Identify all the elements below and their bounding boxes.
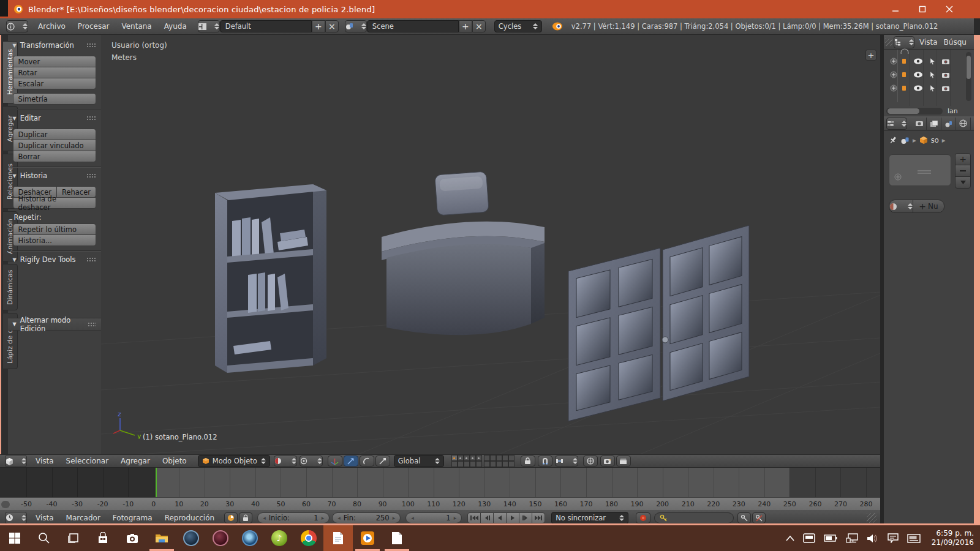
- layers-grid-2[interactable]: [484, 455, 514, 467]
- delete-keyframe-button[interactable]: [752, 512, 766, 523]
- layers-grid-1[interactable]: [451, 455, 482, 467]
- media-player-1-icon[interactable]: [176, 525, 206, 551]
- renderability-camera-icon[interactable]: [941, 58, 950, 65]
- outliner-row[interactable]: [884, 68, 974, 81]
- simetria-button[interactable]: Simetría: [13, 93, 96, 105]
- scene-delete-button[interactable]: ×: [472, 20, 486, 32]
- menu-ventana[interactable]: Ventana: [115, 22, 157, 31]
- jump-to-end-button[interactable]: [532, 512, 545, 523]
- menu-ayuda[interactable]: Ayuda: [158, 22, 193, 31]
- doors-object[interactable]: [568, 225, 749, 421]
- visibility-eye-icon[interactable]: [913, 72, 923, 78]
- panel-grip-icon[interactable]: [86, 173, 96, 178]
- expand-icon[interactable]: [890, 84, 897, 92]
- panel-header-historia[interactable]: ▼ Historia: [13, 170, 96, 181]
- manipulator-toggle-button[interactable]: [328, 455, 342, 467]
- material-browse-button[interactable]: [889, 200, 913, 213]
- panel-grip-icon[interactable]: [88, 322, 96, 327]
- borrar-button[interactable]: Borrar: [13, 151, 96, 162]
- panel-grip-icon[interactable]: [86, 43, 96, 48]
- store-icon[interactable]: [88, 525, 118, 551]
- desk-object[interactable]: [382, 171, 545, 335]
- operator-panel-header[interactable]: ▼ Alternar modo Edición: [8, 318, 101, 331]
- insert-keyframe-button[interactable]: [737, 512, 751, 523]
- outliner-row-partial[interactable]: [884, 42, 974, 56]
- viewport-shading-dropdown[interactable]: [274, 455, 297, 467]
- scene-data-icon[interactable]: [900, 137, 910, 144]
- search-button[interactable]: [29, 525, 59, 551]
- panel-grip-icon[interactable]: [86, 257, 96, 262]
- media-player-3-icon[interactable]: [235, 525, 265, 551]
- breadcrumb-object-name[interactable]: so: [931, 136, 939, 144]
- render-border-button[interactable]: [583, 455, 598, 467]
- menu-procesar[interactable]: Procesar: [72, 22, 116, 31]
- photos-icon[interactable]: [118, 525, 147, 551]
- editor-type-timeline-button[interactable]: [5, 512, 27, 524]
- window-titlebar[interactable]: Blender* [E:\Diseños\diseños blender\dec…: [0, 0, 980, 18]
- close-button[interactable]: [936, 0, 963, 18]
- menu-fotograma[interactable]: Fotograma: [107, 514, 159, 522]
- scene-add-button[interactable]: +: [459, 20, 472, 32]
- menu-marcador[interactable]: Marcador: [60, 514, 107, 522]
- menu-seleccionar[interactable]: Seleccionar: [60, 457, 115, 465]
- start-button[interactable]: [0, 525, 29, 551]
- keying-set-field[interactable]: [654, 512, 734, 523]
- maximize-button[interactable]: [909, 0, 936, 18]
- bookshelf-object[interactable]: [215, 184, 326, 373]
- renderability-camera-icon[interactable]: [941, 72, 950, 78]
- task-view-button[interactable]: [59, 525, 88, 551]
- volume-icon[interactable]: [867, 534, 879, 543]
- historia-button[interactable]: Historia...: [13, 234, 96, 246]
- sync-mode-dropdown[interactable]: No sincronizar: [551, 512, 628, 524]
- document-app-active-icon[interactable]: [323, 525, 353, 551]
- transform-orientation-dropdown[interactable]: Global: [394, 455, 444, 467]
- menu-archivo[interactable]: Archivo: [32, 22, 72, 31]
- escalar-button[interactable]: Escalar: [13, 78, 96, 89]
- visibility-eye-icon[interactable]: [913, 85, 923, 91]
- translate-manipulator-button[interactable]: [344, 455, 358, 467]
- slot-specials-button[interactable]: [955, 176, 971, 189]
- menu-agregar-3d[interactable]: Agregar: [115, 457, 156, 465]
- renderability-camera-icon[interactable]: [941, 85, 950, 92]
- current-frame-line[interactable]: [156, 468, 157, 497]
- expand-icon[interactable]: [890, 71, 897, 78]
- repetir-ultimo-button[interactable]: Repetir lo último: [13, 223, 96, 235]
- panel-grip-icon[interactable]: [86, 116, 96, 121]
- lock-range-button[interactable]: [239, 512, 252, 523]
- expand-icon[interactable]: [890, 58, 897, 65]
- opengl-render-anim-button[interactable]: [616, 455, 631, 467]
- previous-keyframe-button[interactable]: [480, 512, 494, 523]
- tray-chevron-icon[interactable]: [786, 536, 794, 541]
- object-cube-icon[interactable]: [919, 136, 928, 144]
- play-reverse-button[interactable]: [493, 512, 507, 523]
- end-frame-field[interactable]: ◂ Fin: 250 ▸: [332, 512, 401, 523]
- layout-add-button[interactable]: +: [312, 20, 325, 32]
- ruler-scroll-handle[interactable]: [1, 501, 10, 508]
- next-keyframe-button[interactable]: [519, 512, 532, 523]
- editor-type-info-button[interactable]: [6, 20, 28, 32]
- mode-dropdown[interactable]: Modo Objeto: [198, 455, 270, 467]
- viewport-3d[interactable]: Usuario (ortog) Meters + z y (1) sotano_…: [101, 35, 880, 454]
- chrome-icon[interactable]: [294, 525, 323, 551]
- slot-remove-button[interactable]: [955, 165, 971, 177]
- panel-header-rigify[interactable]: ▼ Rigify Dev Tools: [13, 254, 96, 265]
- menu-vista-timeline[interactable]: Vista: [29, 514, 60, 522]
- scene-browse-button[interactable]: [345, 20, 367, 32]
- timeline-ruler[interactable]: -50-40-30-20-100102030405060708090100110…: [0, 497, 880, 511]
- outliner-row[interactable]: [884, 54, 974, 68]
- auto-keyframe-button[interactable]: [636, 512, 650, 523]
- panel-header-editar[interactable]: ▼ Editar: [13, 113, 96, 124]
- region-expand-button[interactable]: +: [865, 50, 876, 61]
- material-slot-list[interactable]: [889, 154, 951, 186]
- render-engine-dropdown[interactable]: Cycles: [494, 20, 542, 32]
- file-explorer-icon[interactable]: [147, 525, 176, 551]
- media-player-app-icon[interactable]: [353, 525, 382, 551]
- play-button[interactable]: [506, 512, 519, 523]
- slot-add-button[interactable]: +: [955, 153, 971, 165]
- layout-delete-button[interactable]: ×: [325, 20, 339, 32]
- layout-name-field[interactable]: Default: [220, 20, 312, 32]
- rotar-button[interactable]: Rotar: [13, 67, 96, 78]
- battery-icon[interactable]: [824, 534, 837, 542]
- duplicar-vinculado-button[interactable]: Duplicar vinculado: [13, 140, 96, 151]
- outliner-row[interactable]: [884, 81, 974, 95]
